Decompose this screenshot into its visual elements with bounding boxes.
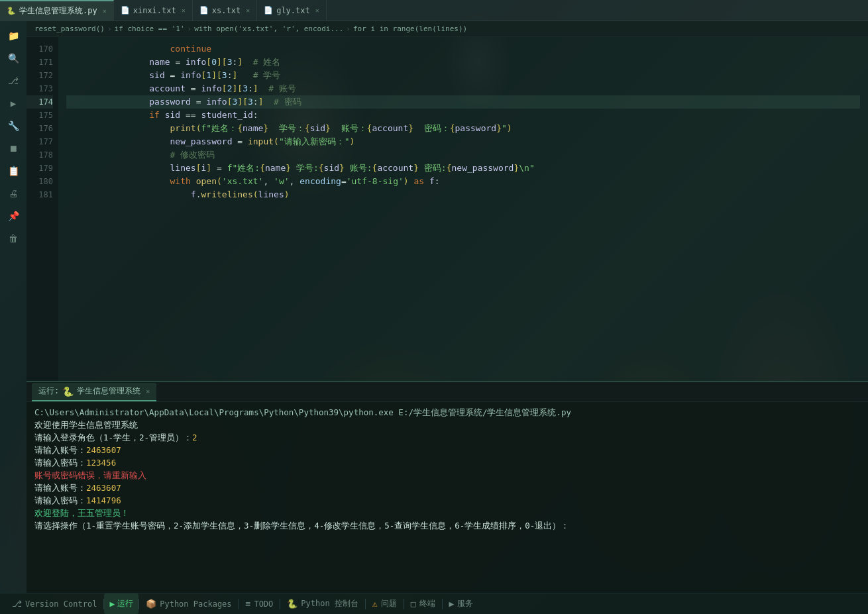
breadcrumb-sep-2: ›: [188, 25, 192, 33]
code-line-172: sid = info[1][3:] # 学号: [66, 69, 860, 82]
breadcrumb-bar: reset_password() › if choice == '1' › wi…: [27, 21, 868, 37]
status-bar: ⎇ Version Control ▶ 运行 📦 Python Packages…: [0, 593, 868, 614]
tab-xinxi[interactable]: 📄 xinxi.txt ✕: [114, 0, 193, 21]
pin-icon[interactable]: 📌: [4, 207, 23, 225]
print-icon[interactable]: 🖨: [4, 184, 23, 203]
code-content[interactable]: continue name = info[0][3:] # 姓名 sid = i…: [58, 37, 868, 381]
terminal-line-role-prompt: 请输入登录角色（1-学生，2-管理员）：2: [34, 431, 860, 444]
xinxi-file-icon: 📄: [121, 6, 130, 15]
terminal-label: 终端: [419, 598, 435, 609]
code-line-171: name = info[0][3:] # 姓名: [66, 56, 860, 69]
run-debug-icon[interactable]: ▶: [4, 94, 23, 113]
code-line-176: print(f"姓名：{name} 学号：{sid} 账号：{account} …: [66, 122, 860, 135]
breadcrumb-for-loop[interactable]: for i in range(len(lines)): [353, 25, 467, 33]
code-line-181: f.writelines(lines): [66, 188, 860, 201]
git-branch-icon[interactable]: ⎇: [4, 72, 23, 90]
tab-close-xinxi[interactable]: ✕: [182, 7, 186, 14]
services-label: 服务: [457, 598, 473, 609]
stop-icon[interactable]: ⏹: [4, 139, 23, 158]
status-python-packages[interactable]: 📦 Python Packages: [139, 593, 238, 614]
wrench-icon[interactable]: 🔧: [4, 117, 23, 135]
terminal-line-path: C:\Users\Administrator\AppData\Local\Pro…: [34, 406, 860, 419]
terminal-panel: 运行: 🐍 学生信息管理系统 ✕ C:\Users\Administrator\…: [27, 381, 868, 593]
terminal-line-password2: 请输入密码：1414796: [34, 494, 860, 507]
terminal-line-password1: 请输入密码：123456: [34, 456, 860, 469]
code-area[interactable]: 170 171 172 173 174 175 176 177 178 179 …: [27, 37, 868, 381]
search-icon[interactable]: 🔍: [4, 49, 23, 68]
breadcrumb-sep-3: ›: [346, 25, 351, 33]
status-services[interactable]: ▶ 服务: [443, 593, 480, 614]
tab-close-gly[interactable]: ✕: [315, 7, 319, 14]
code-panel: reset_password() › if choice == '1' › wi…: [27, 21, 868, 593]
vcs-icon: ⎇: [12, 599, 22, 609]
terminal-tabs: 运行: 🐍 学生信息管理系统 ✕: [27, 382, 868, 402]
status-terminal[interactable]: □ 终端: [404, 593, 442, 614]
delete-icon[interactable]: 🗑: [4, 229, 23, 248]
console-icon: 🐍: [287, 599, 298, 609]
terminal-line-welcome: 欢迎使用学生信息管理系统: [34, 419, 860, 431]
status-version-control[interactable]: ⎇ Version Control: [5, 593, 103, 614]
tab-gly[interactable]: 📄 gly.txt ✕: [257, 0, 327, 21]
main-area: 📁 🔍 ⎇ ▶ 🔧 ⏹ 📋 🖨 📌 🗑 reset_password() › i…: [0, 21, 868, 593]
terminal-line-login-success: 欢迎登陆，王五管理员！: [34, 507, 860, 519]
tab-xs[interactable]: 📄 xs.txt ✕: [193, 0, 257, 21]
breadcrumb-reset-password[interactable]: reset_password(): [34, 25, 105, 33]
vcs-label: Version Control: [25, 599, 97, 609]
line-numbers: 170 171 172 173 174 175 176 177 178 179 …: [27, 37, 58, 381]
terminal-line-account1: 请输入账号：2463607: [34, 444, 860, 456]
run-label: 运行: [117, 598, 133, 609]
terminal-python-icon: 🐍: [62, 386, 74, 397]
ide-window: 🐍 学生信息管理系统.py ✕ 📄 xinxi.txt ✕ 📄 xs.txt ✕…: [0, 0, 868, 614]
terminal-tab-run[interactable]: 运行: 🐍 学生信息管理系统 ✕: [32, 383, 156, 401]
tab-label: 学生信息管理系统.py: [19, 5, 97, 17]
packages-icon: 📦: [146, 599, 156, 609]
folder-icon[interactable]: 📁: [4, 26, 23, 45]
code-line-173: account = info[2][3:] # 账号: [66, 82, 860, 95]
terminal-run-name: 学生信息管理系统: [77, 385, 140, 397]
terminal-line-account2: 请输入账号：2463607: [34, 482, 860, 494]
status-todo[interactable]: ≡ TODO: [239, 593, 280, 614]
problems-label: 问题: [381, 598, 397, 609]
run-icon: ▶: [109, 599, 115, 609]
terminal-run-label: 运行:: [38, 385, 59, 397]
breadcrumb-sep-1: ›: [107, 25, 112, 33]
terminal-line-menu: 请选择操作（1-重置学生账号密码，2-添加学生信息，3-删除学生信息，4-修改学…: [34, 519, 860, 532]
xs-file-icon: 📄: [199, 6, 209, 15]
packages-label: Python Packages: [160, 599, 231, 609]
terminal-content[interactable]: C:\Users\Administrator\AppData\Local\Pro…: [27, 402, 868, 593]
breadcrumb-if-choice[interactable]: if choice == '1': [115, 25, 185, 33]
breadcrumb-with-open[interactable]: with open('xs.txt', 'r', encodi...: [194, 25, 343, 33]
code-line-175: if sid == student_id:: [66, 109, 860, 122]
tab-xs-label: xs.txt: [212, 6, 241, 15]
todo-label: TODO: [254, 599, 273, 609]
python-file-icon: 🐍: [7, 7, 16, 15]
todo-icon: ≡: [246, 599, 251, 609]
code-line-177: new_password = input("请输入新密码："): [66, 135, 860, 148]
sidebar-icons: 📁 🔍 ⎇ ▶ 🔧 ⏹ 📋 🖨 📌 🗑: [0, 21, 27, 593]
stack-icon[interactable]: 📋: [4, 162, 23, 180]
tab-gly-label: gly.txt: [276, 6, 310, 15]
tabs-bar: 🐍 学生信息管理系统.py ✕ 📄 xinxi.txt ✕ 📄 xs.txt ✕…: [0, 0, 868, 21]
terminal-line-error: 账号或密码错误，请重新输入: [34, 469, 860, 482]
tab-close-python[interactable]: ✕: [103, 7, 107, 15]
terminal-icon: □: [411, 599, 416, 609]
gly-file-icon: 📄: [264, 6, 273, 15]
status-problems[interactable]: ⚠ 问题: [366, 593, 404, 614]
tab-xinxi-label: xinxi.txt: [133, 6, 176, 15]
code-line-170: continue: [66, 42, 860, 56]
code-line-179: lines[i] = f"姓名:{name} 学号:{sid} 账号:{acco…: [66, 162, 860, 175]
tab-close-xs[interactable]: ✕: [246, 7, 250, 14]
tab-python-file[interactable]: 🐍 学生信息管理系统.py ✕: [0, 0, 114, 21]
problems-icon: ⚠: [372, 599, 378, 609]
status-run[interactable]: ▶ 运行: [104, 593, 138, 614]
code-line-174: password = info[3][3:] # 密码: [66, 95, 860, 109]
code-line-180: with open('xs.txt', 'w', encoding='utf-8…: [66, 175, 860, 188]
terminal-tab-close[interactable]: ✕: [146, 387, 150, 395]
services-icon: ▶: [449, 599, 455, 609]
code-line-178: # 修改密码: [66, 148, 860, 162]
console-label: Python 控制台: [301, 598, 358, 609]
status-python-console[interactable]: 🐍 Python 控制台: [280, 593, 365, 614]
